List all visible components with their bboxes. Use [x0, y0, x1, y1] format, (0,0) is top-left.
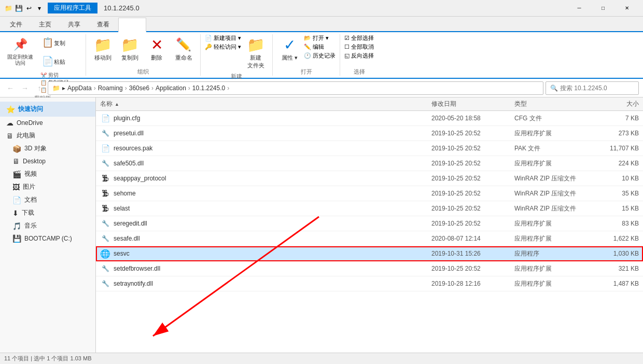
deselect-all-row[interactable]: ☐ 全部取消 — [344, 43, 374, 51]
file-size: 7 KB — [587, 115, 639, 122]
close-button[interactable]: ✕ — [615, 0, 639, 17]
organize-label: 组织 — [137, 67, 149, 76]
history-row[interactable]: 🕐 历史记录 — [304, 52, 336, 60]
col-type-header[interactable]: 类型 — [514, 100, 587, 108]
address-box[interactable]: 📁 ▸ AppData › Roaming › 360se6 › Applica… — [48, 81, 543, 95]
file-icon: 🗜 — [100, 203, 110, 214]
address-segment: ▸ — [62, 85, 65, 92]
onedrive-label: OneDrive — [17, 119, 43, 127]
forward-button[interactable]: → — [19, 82, 31, 94]
main-area: ⭐ 快速访问 ☁ OneDrive 🖥 此电脑 📦 3D 对象 🖥 Deskto… — [0, 97, 643, 364]
title-bar: 📁 💾 ↩ ▾ 应用程序工具 10.1.2245.0 ─ □ ✕ — [0, 0, 643, 17]
file-row[interactable]: 🗜 seapppay_protocol 2019-10-25 20:52 Win… — [96, 171, 643, 186]
invert-selection-row[interactable]: ◱ 反向选择 — [344, 52, 374, 60]
organize-buttons: 📁 移动到 📁 复制到 ✕ 删除 ✏️ 重命名 — [90, 34, 196, 67]
address-360se6[interactable]: 360se6 — [129, 85, 149, 92]
copy-button[interactable]: 📋 复制 — [38, 34, 81, 52]
sidebar-item-onedrive[interactable]: ☁ OneDrive — [0, 117, 95, 129]
sidebar-item-pictures[interactable]: 🖼 图片 — [0, 180, 95, 193]
up-button[interactable]: ↑ — [33, 82, 46, 94]
col-name-header[interactable]: 名称 ▲ — [100, 100, 431, 108]
search-box[interactable]: 🔍 — [546, 81, 639, 95]
version-label: 10.1.2245.0 — [104, 4, 139, 12]
computer-icon: 🖥 — [6, 132, 13, 140]
file-date: 2019-10-25 20:52 — [431, 205, 514, 212]
new-label: 新建 — [231, 72, 242, 80]
file-date: 2019-10-28 12:16 — [431, 280, 514, 287]
file-type: 应用程序扩展 — [514, 129, 587, 138]
paste-button[interactable]: 📄 粘贴 — [38, 53, 81, 71]
file-size: 15 KB — [587, 205, 639, 212]
address-appdata[interactable]: AppData — [67, 85, 92, 92]
quick-access-label: 快速访问 — [18, 105, 43, 114]
downloads-label: 下载 — [22, 208, 34, 217]
select-buttons: ☑ 全部选择 ☐ 全部取消 ◱ 反向选择 — [344, 34, 374, 67]
file-row[interactable]: 🔧 setraynotify.dll 2019-10-28 12:16 应用程序… — [96, 276, 643, 291]
copy-to-icon: 📁 — [121, 36, 138, 53]
dropdown-icon[interactable]: ▾ — [35, 4, 44, 12]
sidebar-item-music[interactable]: 🎵 音乐 — [0, 219, 95, 232]
window-controls[interactable]: ─ □ ✕ — [567, 0, 639, 17]
ribbon-group-new: 📄 新建项目 ▾ 🔑 轻松访问 ▾ 📁 新建文件夹 新建 — [201, 34, 273, 76]
properties-button[interactable]: ✓ 属性 ▾ — [277, 34, 302, 64]
file-row[interactable]: 🔧 seregedit.dll 2019-10-25 20:52 应用程序扩展 … — [96, 216, 643, 231]
sidebar-item-downloads[interactable]: ⬇ 下载 — [0, 206, 95, 219]
easy-access-row[interactable]: 🔑 轻松访问 ▾ — [205, 43, 241, 51]
new-folder-button[interactable]: 📁 新建文件夹 — [243, 34, 268, 72]
sidebar-item-3d[interactable]: 📦 3D 对象 — [0, 142, 95, 155]
window-icon: 📁 — [4, 4, 12, 12]
file-row[interactable]: 🔧 presetui.dll 2019-10-25 20:52 应用程序扩展 2… — [96, 126, 643, 141]
rename-icon: ✏️ — [175, 36, 192, 53]
file-row[interactable]: 🔧 safe505.dll 2019-10-25 20:52 应用程序扩展 22… — [96, 156, 643, 171]
minimize-button[interactable]: ─ — [567, 0, 591, 17]
select-all-row[interactable]: ☑ 全部选择 — [344, 34, 374, 42]
sesvc-date: 2019-10-31 15:26 — [431, 250, 514, 257]
file-row[interactable]: 🔧 sesafe.dll 2020-08-07 12:14 应用程序扩展 1,6… — [96, 231, 643, 246]
address-application[interactable]: Application — [156, 85, 186, 92]
file-row[interactable]: 🔧 setdefbrowser.dll 2019-10-25 20:52 应用程… — [96, 261, 643, 276]
cut-row[interactable]: ✂️ 剪切 — [40, 72, 79, 79]
sidebar-item-quick-access[interactable]: ⭐ 快速访问 — [0, 102, 95, 117]
sidebar-item-video[interactable]: 🎬 视频 — [0, 167, 95, 180]
new-item-row[interactable]: 📄 新建项目 ▾ — [205, 34, 241, 42]
sidebar-item-documents[interactable]: 📄 文档 — [0, 193, 95, 206]
sesvc-file-row[interactable]: 🌐 sesvc 2019-10-31 15:26 应用程序 1,030 KB — [96, 246, 643, 261]
tab-file[interactable]: 文件 — [2, 18, 30, 31]
col-date-header[interactable]: 修改日期 — [431, 100, 514, 108]
file-size: 1,622 KB — [587, 235, 639, 242]
delete-button[interactable]: ✕ 删除 — [144, 34, 169, 64]
copy-to-button[interactable]: 📁 复制到 — [117, 34, 142, 64]
sidebar-item-desktop[interactable]: 🖥 Desktop — [0, 155, 95, 167]
tab-share[interactable]: 共享 — [60, 18, 88, 31]
new-item-icon: 📄 — [205, 35, 212, 41]
video-label: 视频 — [24, 170, 37, 178]
pin-quick-access-button[interactable]: 📌 固定到快速访问 — [4, 34, 36, 68]
edit-row[interactable]: ✏️ 编辑 — [304, 43, 336, 51]
sesvc-name: sesvc — [114, 250, 431, 257]
file-type: WinRAR ZIP 压缩文件 — [514, 204, 587, 213]
search-input[interactable] — [560, 85, 633, 92]
address-roaming[interactable]: Roaming — [98, 85, 123, 92]
maximize-button[interactable]: □ — [591, 0, 615, 17]
file-row[interactable]: 🗜 sehome 2019-10-25 20:52 WinRAR ZIP 压缩文… — [96, 186, 643, 201]
rename-button[interactable]: ✏️ 重命名 — [171, 34, 196, 64]
documents-label: 文档 — [24, 195, 37, 204]
quick-access-icon[interactable]: 💾 — [15, 4, 23, 12]
sidebar-item-thispc[interactable]: 🖥 此电脑 — [0, 129, 95, 142]
file-row[interactable]: 🗜 selast 2019-10-25 20:52 WinRAR ZIP 压缩文… — [96, 201, 643, 216]
file-row[interactable]: 📄 plugin.cfg 2020-05-20 18:58 CFG 文件 7 K… — [96, 111, 643, 126]
address-version[interactable]: 10.1.2245.0 — [192, 85, 225, 92]
file-row[interactable]: 📄 resources.pak 2019-10-25 20:52 PAK 文件 … — [96, 141, 643, 156]
open-row[interactable]: 📂 打开 ▾ — [304, 34, 336, 42]
tab-manage[interactable]: 管理 — [118, 18, 146, 32]
move-to-button[interactable]: 📁 移动到 — [90, 34, 115, 64]
undo-icon[interactable]: ↩ — [25, 4, 33, 12]
sidebar-item-bootcamp[interactable]: 💾 BOOTCAMP (C:) — [0, 232, 95, 245]
tab-view[interactable]: 查看 — [89, 18, 117, 31]
file-icon: 📄 — [100, 113, 110, 123]
address-sep-4: › — [188, 85, 190, 92]
back-button[interactable]: ← — [4, 82, 17, 94]
sidebar: ⭐ 快速访问 ☁ OneDrive 🖥 此电脑 📦 3D 对象 🖥 Deskto… — [0, 97, 96, 364]
col-size-header[interactable]: 大小 — [587, 100, 639, 108]
tab-home[interactable]: 主页 — [31, 18, 59, 31]
